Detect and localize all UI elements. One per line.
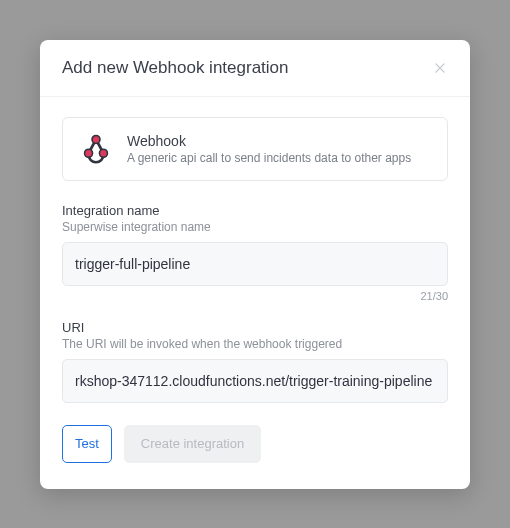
modal-title: Add new Webhook integration bbox=[62, 58, 289, 78]
uri-help: The URI will be invoked when the webhook… bbox=[62, 337, 448, 351]
modal-body: Webhook A generic api call to send incid… bbox=[40, 97, 470, 489]
integration-type-title: Webhook bbox=[127, 133, 411, 149]
integration-type-card: Webhook A generic api call to send incid… bbox=[62, 117, 448, 181]
uri-input[interactable] bbox=[62, 359, 448, 403]
integration-name-group: Integration name Superwise integration n… bbox=[62, 203, 448, 302]
integration-name-label: Integration name bbox=[62, 203, 448, 218]
test-button[interactable]: Test bbox=[62, 425, 112, 463]
modal-header: Add new Webhook integration bbox=[40, 40, 470, 97]
svg-point-2 bbox=[92, 135, 100, 143]
webhook-integration-modal: Add new Webhook integration bbox=[40, 40, 470, 489]
integration-name-input[interactable] bbox=[62, 242, 448, 286]
uri-group: URI The URI will be invoked when the web… bbox=[62, 320, 448, 403]
svg-point-4 bbox=[99, 149, 107, 157]
webhook-icon bbox=[79, 132, 113, 166]
integration-type-description: A generic api call to send incidents dat… bbox=[127, 151, 411, 165]
integration-type-text: Webhook A generic api call to send incid… bbox=[127, 133, 411, 165]
modal-actions: Test Create integration bbox=[62, 425, 448, 463]
create-integration-button[interactable]: Create integration bbox=[124, 425, 261, 463]
svg-point-3 bbox=[85, 149, 93, 157]
close-button[interactable] bbox=[432, 60, 448, 76]
close-icon bbox=[433, 61, 447, 75]
integration-name-counter: 21/30 bbox=[62, 290, 448, 302]
uri-label: URI bbox=[62, 320, 448, 335]
integration-name-help: Superwise integration name bbox=[62, 220, 448, 234]
